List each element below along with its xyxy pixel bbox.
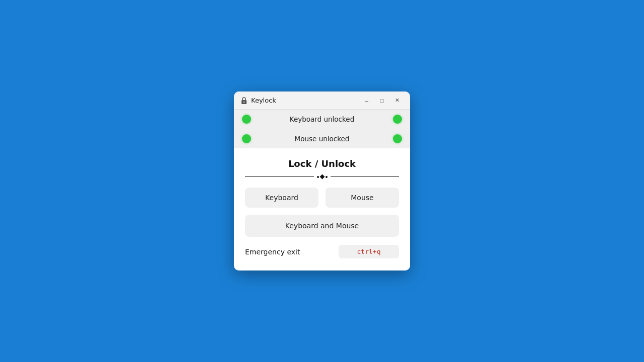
keyboard-and-mouse-button[interactable]: Keyboard and Mouse <box>245 215 399 237</box>
keyboard-status-row: Keyboard unlocked <box>234 110 410 129</box>
window-title: Keylock <box>251 97 360 104</box>
keylock-app-icon <box>240 97 248 105</box>
divider-line-right <box>331 176 399 177</box>
ornament-dot-1 <box>317 176 319 178</box>
svg-point-1 <box>244 101 245 102</box>
titlebar: Keylock – □ ✕ <box>234 92 410 110</box>
emergency-exit-row: Emergency exit ctrl+q <box>245 245 399 258</box>
ornament-dot-2 <box>326 176 328 178</box>
mouse-status-dot-left <box>242 134 251 143</box>
main-panel: Lock / Unlock Keyboard Mouse Keyboard an… <box>234 148 410 270</box>
ornamental-divider <box>245 175 399 178</box>
emergency-exit-label: Emergency exit <box>245 248 300 256</box>
keyboard-status-dot-left <box>242 115 251 124</box>
divider-ornament <box>317 175 328 178</box>
divider-line-left <box>245 176 314 177</box>
mouse-status-dot-right <box>393 134 402 143</box>
mouse-button[interactable]: Mouse <box>326 188 399 208</box>
keyboard-status-dot-right <box>393 115 402 124</box>
close-button[interactable]: ✕ <box>390 95 404 107</box>
window-controls: – □ ✕ <box>360 95 404 107</box>
maximize-button[interactable]: □ <box>375 95 389 107</box>
mouse-status-label: Mouse unlocked <box>251 135 393 143</box>
ornament-diamond <box>319 174 325 179</box>
toggle-buttons-row: Keyboard Mouse <box>245 188 399 208</box>
keyboard-status-label: Keyboard unlocked <box>251 115 393 123</box>
section-title: Lock / Unlock <box>245 158 399 169</box>
app-window: Keylock – □ ✕ Keyboard unlocked Mouse un… <box>234 92 410 270</box>
minimize-button[interactable]: – <box>360 95 374 107</box>
mouse-status-row: Mouse unlocked <box>234 129 410 148</box>
keyboard-button[interactable]: Keyboard <box>245 188 318 208</box>
emergency-shortcut[interactable]: ctrl+q <box>339 245 399 258</box>
